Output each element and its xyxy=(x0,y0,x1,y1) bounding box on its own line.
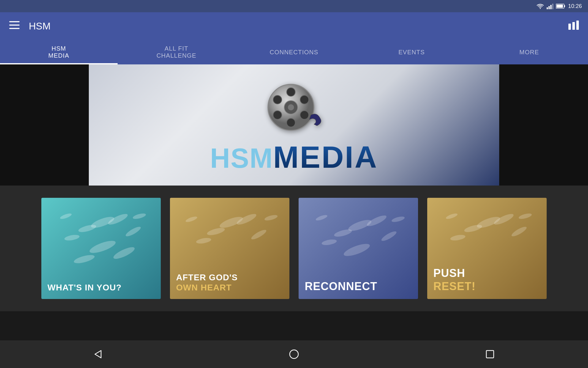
svg-point-30 xyxy=(73,253,96,265)
svg-point-33 xyxy=(206,227,226,237)
svg-point-31 xyxy=(112,245,136,261)
svg-point-27 xyxy=(59,213,72,220)
card-push-reset-label: PUSH RESET! xyxy=(433,266,541,293)
svg-point-15 xyxy=(288,104,294,110)
tab-events-label: EVENTS xyxy=(398,49,425,56)
svg-point-52 xyxy=(445,213,458,220)
svg-point-43 xyxy=(380,230,398,243)
card-after-gods-label: AFTER GOD'S OWN HEART xyxy=(176,272,283,293)
recents-button[interactable] xyxy=(478,342,502,366)
back-button[interactable] xyxy=(86,342,110,366)
hero-title: HSM MEDIA xyxy=(210,140,378,175)
svg-point-25 xyxy=(64,234,80,241)
svg-rect-5 xyxy=(564,5,565,7)
content-area: WHAT'S IN YOU? AFTER GOD'S OWN HEART xyxy=(0,186,588,311)
svg-rect-8 xyxy=(9,25,20,26)
svg-point-17 xyxy=(287,118,295,127)
svg-point-20 xyxy=(300,95,309,104)
svg-marker-54 xyxy=(95,351,101,358)
tab-hsm-media[interactable]: HSMMEDIA xyxy=(0,40,118,64)
svg-rect-6 xyxy=(556,5,563,8)
home-button[interactable] xyxy=(282,342,306,366)
menu-button[interactable] xyxy=(9,21,20,31)
battery-icon xyxy=(556,3,566,9)
svg-point-21 xyxy=(300,111,309,119)
bottom-nav xyxy=(0,340,588,368)
svg-point-46 xyxy=(342,241,371,258)
svg-rect-2 xyxy=(550,5,552,9)
card-whats-in-you[interactable]: WHAT'S IN YOU? xyxy=(41,198,161,299)
svg-rect-11 xyxy=(572,22,575,30)
svg-point-53 xyxy=(518,213,532,220)
app-bar: HSM xyxy=(0,12,588,40)
hero-banner: HSM MEDIA xyxy=(0,64,588,186)
hero-center: HSM MEDIA xyxy=(89,64,499,186)
svg-point-45 xyxy=(391,216,405,223)
hero-right-bg xyxy=(499,64,588,186)
svg-point-38 xyxy=(264,214,278,222)
tab-events[interactable]: EVENTS xyxy=(353,40,470,64)
svg-point-44 xyxy=(315,214,328,222)
card-reconnect-label: RECONNECT xyxy=(305,280,412,293)
signal-icon xyxy=(547,3,553,9)
tab-connections-label: CONNECTIONS xyxy=(270,49,318,56)
svg-point-55 xyxy=(290,350,298,358)
svg-rect-9 xyxy=(9,28,20,29)
svg-point-19 xyxy=(273,111,282,119)
tab-all-fit-challenge[interactable]: ALL FITCHALLENGE xyxy=(118,40,235,64)
tab-all-fit-challenge-label: ALL FITCHALLENGE xyxy=(156,45,196,59)
film-reel-icon xyxy=(263,75,325,136)
svg-rect-1 xyxy=(548,6,550,9)
card-grid: WHAT'S IN YOU? AFTER GOD'S OWN HEART xyxy=(18,198,570,299)
svg-rect-3 xyxy=(552,4,553,9)
tab-hsm-media-label: HSMMEDIA xyxy=(48,45,69,59)
svg-point-28 xyxy=(132,213,146,220)
card-whats-in-you-label: WHAT'S IN YOU? xyxy=(47,282,155,293)
svg-point-16 xyxy=(287,88,295,96)
app-bar-left: HSM xyxy=(9,21,51,32)
hero-left-bg xyxy=(0,64,89,186)
app-title: HSM xyxy=(29,21,51,32)
svg-rect-12 xyxy=(576,21,579,30)
tab-connections[interactable]: CONNECTIONS xyxy=(235,40,353,64)
card-reconnect[interactable]: RECONNECT xyxy=(299,198,418,299)
svg-point-37 xyxy=(185,216,198,223)
status-icons: 10:26 xyxy=(536,3,582,10)
svg-rect-10 xyxy=(568,24,571,30)
svg-rect-56 xyxy=(486,351,494,358)
svg-rect-7 xyxy=(9,21,20,22)
svg-point-36 xyxy=(250,228,267,241)
tab-more[interactable]: MORE xyxy=(470,40,588,64)
status-bar: 10:26 xyxy=(0,0,588,12)
hero-media-text: MEDIA xyxy=(273,140,378,175)
status-time: 10:26 xyxy=(568,3,582,10)
wifi-icon xyxy=(536,3,544,9)
svg-point-26 xyxy=(125,225,142,238)
svg-point-50 xyxy=(450,234,466,241)
card-after-gods-own-heart[interactable]: AFTER GOD'S OWN HEART xyxy=(170,198,289,299)
svg-point-18 xyxy=(273,95,282,104)
svg-point-29 xyxy=(88,238,117,255)
svg-point-42 xyxy=(321,239,337,246)
svg-rect-0 xyxy=(547,7,548,9)
bar-chart-icon[interactable] xyxy=(568,21,579,32)
tab-bar: HSMMEDIA ALL FITCHALLENGE CONNECTIONS EV… xyxy=(0,40,588,64)
hero-hsm-text: HSM xyxy=(210,143,273,174)
svg-point-35 xyxy=(196,237,212,244)
card-push-reset[interactable]: PUSH RESET! xyxy=(427,198,547,299)
tab-more-label: MORE xyxy=(519,49,539,56)
svg-point-51 xyxy=(511,225,528,238)
